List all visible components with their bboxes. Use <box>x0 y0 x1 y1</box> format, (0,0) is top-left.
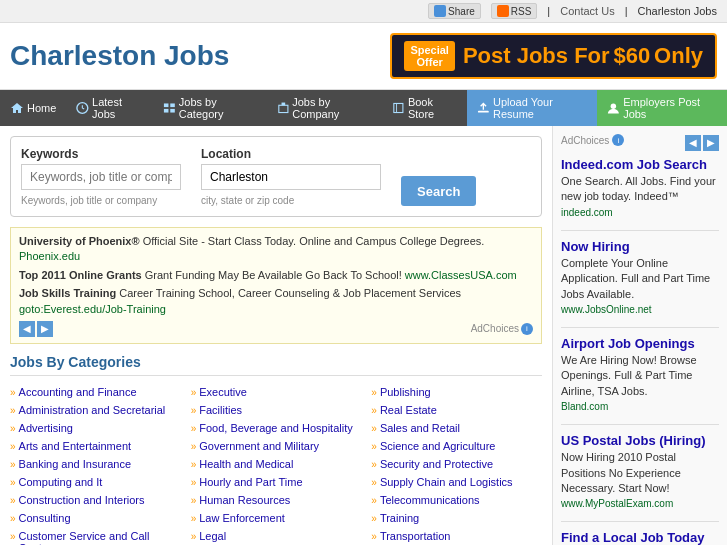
category-link[interactable]: Executive <box>199 386 247 398</box>
rss-button[interactable]: RSS <box>491 3 538 19</box>
sidebar-next-button[interactable]: ▶ <box>703 135 719 151</box>
banner[interactable]: Special Offer Post Jobs For $60 Only <box>390 33 717 79</box>
category-link[interactable]: Health and Medical <box>199 458 293 470</box>
category-arrow: » <box>371 387 377 398</box>
sidebar-ad-title-now-hiring[interactable]: Now Hiring <box>561 239 719 254</box>
nav-latest-jobs[interactable]: Latest Jobs <box>66 90 153 126</box>
sidebar-ad-url-postal-jobs: www.MyPostalExam.com <box>561 498 719 509</box>
topbar-separator: | <box>547 5 550 17</box>
ad-strip-item-2: Top 2011 Online Grants Grant Funding May… <box>19 268 533 283</box>
category-link[interactable]: Hourly and Part Time <box>199 476 302 488</box>
category-link[interactable]: Food, Beverage and Hospitality <box>199 422 352 434</box>
ad-prev-button[interactable]: ◀ <box>19 321 35 337</box>
category-item: »Sales and Retail <box>371 420 542 436</box>
category-link[interactable]: Telecommunications <box>380 494 480 506</box>
location-input[interactable] <box>201 164 381 190</box>
category-link[interactable]: Legal <box>199 530 226 542</box>
sidebar-divider <box>561 327 719 328</box>
ad-strip-footer: ◀ ▶ AdChoices i <box>19 321 533 337</box>
category-item: »Training <box>371 510 542 526</box>
sidebar-ads: Indeed.com Job Search One Search. All Jo… <box>561 157 719 545</box>
sidebar-ad-title-local-job[interactable]: Find a Local Job Today <box>561 530 719 545</box>
ad-choices-strip: AdChoices i <box>471 323 533 335</box>
ad-strip-item-1: University of Phoenix® Official Site - S… <box>19 234 533 265</box>
category-link[interactable]: Administration and Secretarial <box>19 404 166 416</box>
category-link[interactable]: Security and Protective <box>380 458 493 470</box>
sidebar-prev-button[interactable]: ◀ <box>685 135 701 151</box>
category-item: »Hourly and Part Time <box>191 474 362 490</box>
category-link[interactable]: Computing and It <box>19 476 103 488</box>
search-button[interactable]: Search <box>401 176 476 206</box>
nav: Home Latest Jobs Jobs by Category Jobs b… <box>0 90 727 126</box>
nav-employers-post-jobs[interactable]: Employers Post Jobs <box>597 90 727 126</box>
category-link[interactable]: Accounting and Finance <box>19 386 137 398</box>
category-link[interactable]: Science and Agriculture <box>380 440 496 452</box>
sidebar-ad-desc-airport-jobs: We Are Hiring Now! Browse Openings. Full… <box>561 353 719 399</box>
sidebar-ad-title-airport-jobs[interactable]: Airport Job Openings <box>561 336 719 351</box>
category-link[interactable]: Construction and Interiors <box>19 494 145 506</box>
category-arrow: » <box>191 531 197 542</box>
category-arrow: » <box>191 423 197 434</box>
category-link[interactable]: Facilities <box>199 404 242 416</box>
ad-strip-item-3: Job Skills Training Career Training Scho… <box>19 286 533 317</box>
category-link[interactable]: Banking and Insurance <box>19 458 132 470</box>
category-link[interactable]: Advertising <box>19 422 73 434</box>
sidebar-ad-desc-now-hiring: Complete Your Online Application. Full a… <box>561 256 719 302</box>
special-offer-line1: Special <box>410 44 449 56</box>
category-arrow: » <box>191 477 197 488</box>
category-link[interactable]: Government and Military <box>199 440 319 452</box>
category-arrow: » <box>10 513 16 524</box>
categories-title: Jobs By Categories <box>10 354 542 376</box>
rss-icon <box>497 5 509 17</box>
category-link[interactable]: Transportation <box>380 530 451 542</box>
keywords-input[interactable] <box>21 164 181 190</box>
sidebar-ad-now-hiring: Now Hiring Complete Your Online Applicat… <box>561 239 719 315</box>
category-item: »Real Estate <box>371 402 542 418</box>
nav-jobs-by-company[interactable]: Jobs by Company <box>267 90 383 126</box>
category-arrow: » <box>371 459 377 470</box>
ad-next-button[interactable]: ▶ <box>37 321 53 337</box>
nav-home[interactable]: Home <box>0 95 66 121</box>
home-icon <box>10 101 24 115</box>
nav-upload-resume[interactable]: Upload Your Resume <box>467 90 597 126</box>
category-link[interactable]: Supply Chain and Logistics <box>380 476 513 488</box>
ad3-text: Career Training School, Career Counselin… <box>119 287 461 299</box>
rss-label: RSS <box>511 6 532 17</box>
ad3-link[interactable]: goto:Everest.edu/Job-Training <box>19 303 166 315</box>
sidebar-ad-indeed: Indeed.com Job Search One Search. All Jo… <box>561 157 719 218</box>
keywords-field: Keywords Keywords, job title or company <box>21 147 181 206</box>
banner-suffix: Only <box>654 43 703 68</box>
nav-jobs-by-category[interactable]: Jobs by Category <box>153 90 266 126</box>
sidebar-divider <box>561 230 719 231</box>
category-link[interactable]: Sales and Retail <box>380 422 460 434</box>
category-link[interactable]: Arts and Entertainment <box>19 440 132 452</box>
category-link[interactable]: Customer Service and Call Centre <box>19 530 181 545</box>
sidebar-ad-title-indeed[interactable]: Indeed.com Job Search <box>561 157 719 172</box>
sidebar-divider <box>561 521 719 522</box>
category-item: »Health and Medical <box>191 456 362 472</box>
category-item: »Legal <box>191 528 362 545</box>
category-link[interactable]: Training <box>380 512 419 524</box>
top-bar-right: Share RSS | Contact Us | Charleston Jobs <box>428 3 717 19</box>
category-arrow: » <box>10 405 16 416</box>
category-item: »Advertising <box>10 420 181 436</box>
category-link[interactable]: Law Enforcement <box>199 512 285 524</box>
ad2-link[interactable]: www.ClassesUSA.com <box>405 269 517 281</box>
top-bar: Share RSS | Contact Us | Charleston Jobs <box>0 0 727 23</box>
banner-prefix: Post Jobs For <box>463 43 610 68</box>
category-link[interactable]: Human Resources <box>199 494 290 506</box>
sidebar-ad-title-postal-jobs[interactable]: US Postal Jobs (Hiring) <box>561 433 719 448</box>
category-item: »Transportation <box>371 528 542 545</box>
nav-book-store[interactable]: Book Store <box>382 90 467 126</box>
category-item: »Customer Service and Call Centre <box>10 528 181 545</box>
category-arrow: » <box>371 531 377 542</box>
banner-price: $60 <box>613 43 650 68</box>
share-button[interactable]: Share <box>428 3 481 19</box>
category-link[interactable]: Real Estate <box>380 404 437 416</box>
category-link[interactable]: Publishing <box>380 386 431 398</box>
contact-us-link[interactable]: Contact Us <box>560 5 614 17</box>
header: Charleston Jobs Special Offer Post Jobs … <box>0 23 727 90</box>
ad1-link[interactable]: Phoenix.edu <box>19 250 80 262</box>
category-link[interactable]: Consulting <box>19 512 71 524</box>
category-arrow: » <box>371 495 377 506</box>
